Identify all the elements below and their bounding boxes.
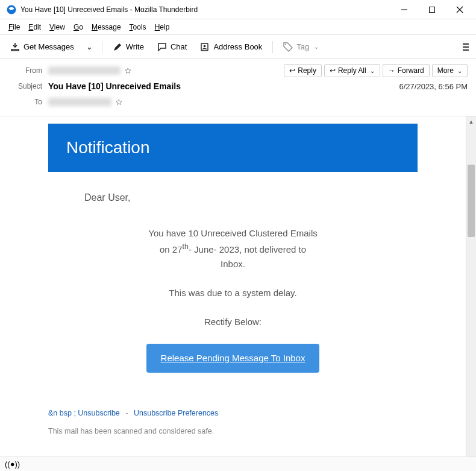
rectify-text: Rectify Below: [48,315,418,329]
menu-view[interactable]: View [46,22,69,33]
subject-text: You Have [10] Unreceived Emails [48,81,181,91]
safe-scan-note: This mail has been scanned and considere… [0,427,466,447]
tag-label: Tag [296,42,309,51]
release-messages-button[interactable]: Release Pending Message To Inbox [146,344,320,373]
write-button[interactable]: Write [107,39,149,55]
status-bar: ((●)) [0,457,476,471]
menu-go[interactable]: Go [70,22,87,33]
forward-button[interactable]: →Forward [383,64,430,77]
star-icon[interactable]: ☆ [115,97,123,107]
get-messages-button[interactable]: Get Messages [5,39,80,55]
menu-file[interactable]: File [5,22,23,33]
window-titlebar: You Have [10] Unreceived Emails - Mozill… [0,0,476,19]
minimize-button[interactable] [390,0,418,19]
message-body: Notification Dear User, You have 10 Unre… [0,116,466,471]
address-book-button[interactable]: Address Book [195,39,268,55]
window-controls [390,0,474,19]
chevron-down-icon: ⌄ [457,68,462,74]
reply-button[interactable]: ↩Reply [284,64,322,77]
tag-icon [283,42,293,52]
notification-banner: Notification [48,124,418,172]
menubar: File Edit View Go Message Tools Help [0,19,476,35]
download-icon [10,42,20,52]
footer-links: &n bsp ; Unsubscribe - Unsubscribe Prefe… [0,373,466,427]
chevron-down-icon: ⌄ [370,68,375,74]
toolbar-separator [102,41,102,53]
star-icon[interactable]: ☆ [124,66,132,75]
scroll-up-icon[interactable]: ▲ [466,116,476,127]
get-messages-label: Get Messages [23,42,74,51]
delay-text: This was due to a system delay. [48,286,418,300]
menu-message[interactable]: Message [88,22,125,33]
app-menu-button[interactable] [460,41,471,53]
write-label: Write [126,42,144,51]
toolbar-separator [272,41,273,53]
thunderbird-icon [6,4,17,15]
message-header: From ☆ ↩Reply ↩Reply All⌄ →Forward More⌄… [0,59,476,116]
tag-button[interactable]: Tag ⌄ [278,39,324,55]
svg-point-7 [285,44,286,45]
unsubscribe-link[interactable]: &n bsp ; Unsubscribe [48,409,120,417]
svg-point-6 [204,45,206,47]
maximize-button[interactable] [418,0,446,19]
chevron-down-icon: ⌄ [86,42,93,51]
activity-icon[interactable]: ((●)) [5,460,20,469]
window-title: You Have [10] Unreceived Emails - Mozill… [20,5,390,14]
more-button[interactable]: More⌄ [432,64,468,77]
reply-icon: ↩ [289,66,295,75]
to-address[interactable] [48,98,111,106]
chat-icon [157,42,167,52]
menu-tools[interactable]: Tools [126,22,150,33]
from-label: From [8,66,42,75]
pencil-icon [113,42,122,52]
chat-button[interactable]: Chat [152,39,192,55]
menu-edit[interactable]: Edit [25,22,45,33]
main-toolbar: Get Messages ⌄ Write Chat Address Book T… [0,35,476,59]
to-label: To [8,98,42,106]
close-button[interactable] [446,0,474,19]
subject-label: Subject [8,82,42,90]
chevron-down-icon: ⌄ [314,43,319,50]
get-messages-dropdown[interactable]: ⌄ [82,39,97,54]
scroll-thumb[interactable] [468,165,475,237]
address-book-label: Address Book [213,42,262,51]
body-paragraph: You have 10 Unreceived Clustered Emails … [48,226,418,271]
reply-all-button[interactable]: ↩Reply All⌄ [324,64,380,77]
from-address[interactable] [48,66,121,75]
svg-rect-2 [430,7,435,12]
reply-all-icon: ↩ [330,66,336,75]
unsubscribe-preferences-link[interactable]: Unsubscribe Preferences [134,409,218,417]
forward-icon: → [388,66,395,75]
menu-help[interactable]: Help [151,22,174,33]
address-book-icon [200,42,210,52]
message-date: 6/27/2023, 6:56 PM [399,82,468,91]
vertical-scrollbar[interactable]: ▲ ▼ [466,116,476,471]
chat-label: Chat [171,42,187,51]
greeting-text: Dear User, [48,190,418,206]
